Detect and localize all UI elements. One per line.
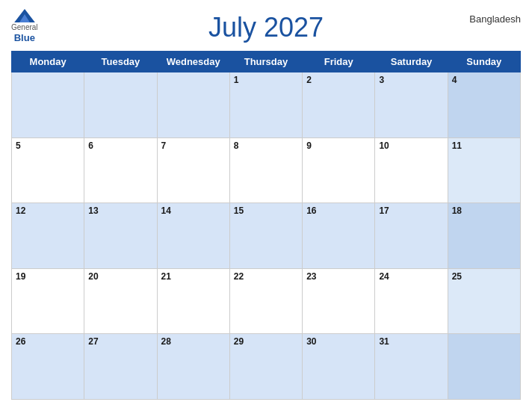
calendar-week-row: 19202122232425 xyxy=(12,268,521,334)
day-cell: 26 xyxy=(12,334,84,400)
day-cell: 15 xyxy=(229,203,302,269)
calendar-week-row: 567891011 xyxy=(12,137,521,203)
day-cell: 11 xyxy=(448,137,520,203)
logo-icon xyxy=(14,9,35,22)
month-title: July 2027 xyxy=(208,11,324,43)
day-cell: 2 xyxy=(303,72,375,138)
day-number: 24 xyxy=(379,271,389,282)
day-cell: 22 xyxy=(229,268,302,334)
day-cell: 4 xyxy=(448,72,520,138)
day-number: 4 xyxy=(452,75,457,85)
day-cell: 10 xyxy=(375,137,448,203)
day-number: 6 xyxy=(88,140,93,151)
day-number: 27 xyxy=(88,336,98,347)
day-cell: 25 xyxy=(448,268,520,334)
day-number: 20 xyxy=(88,271,98,282)
day-cell: 28 xyxy=(157,334,229,400)
weekday-header-monday: Monday xyxy=(12,52,84,72)
day-number: 29 xyxy=(234,336,244,347)
day-number: 16 xyxy=(306,206,316,216)
day-number: 25 xyxy=(452,271,462,282)
day-cell: 21 xyxy=(157,268,229,334)
day-cell: 31 xyxy=(375,334,448,400)
day-number: 28 xyxy=(161,336,171,347)
day-number: 15 xyxy=(234,206,244,216)
weekday-header-wednesday: Wednesday xyxy=(157,52,229,72)
day-cell: 24 xyxy=(375,268,448,334)
empty-cell xyxy=(84,72,157,138)
calendar-week-row: 12131415161718 xyxy=(12,203,521,269)
logo: General Blue xyxy=(11,9,38,44)
day-number: 2 xyxy=(306,75,312,85)
day-cell: 30 xyxy=(303,334,375,400)
day-cell: 8 xyxy=(229,137,302,203)
day-cell: 29 xyxy=(229,334,302,400)
calendar-week-row: 262728293031 xyxy=(12,334,521,400)
day-number: 26 xyxy=(16,336,25,347)
empty-cell xyxy=(448,334,520,400)
day-cell: 6 xyxy=(84,137,157,203)
country-label: Bangladesh xyxy=(469,13,521,25)
weekday-header-sunday: Sunday xyxy=(448,52,520,72)
day-number: 18 xyxy=(452,206,462,216)
day-cell: 3 xyxy=(375,72,448,138)
calendar-week-row: 1234 xyxy=(12,72,521,138)
day-cell: 17 xyxy=(375,203,448,269)
day-cell: 13 xyxy=(84,203,157,269)
day-number: 31 xyxy=(379,336,389,347)
day-cell: 20 xyxy=(84,268,157,334)
empty-cell xyxy=(157,72,229,138)
day-cell: 27 xyxy=(84,334,157,400)
day-cell: 12 xyxy=(12,203,84,269)
weekday-header-tuesday: Tuesday xyxy=(84,52,157,72)
day-number: 11 xyxy=(452,140,462,151)
day-cell: 23 xyxy=(303,268,375,334)
day-number: 7 xyxy=(161,140,167,151)
weekday-header-row: MondayTuesdayWednesdayThursdayFridaySatu… xyxy=(12,52,521,72)
day-cell: 18 xyxy=(448,203,520,269)
day-number: 5 xyxy=(16,140,21,151)
day-number: 30 xyxy=(306,336,316,347)
weekday-header-friday: Friday xyxy=(303,52,375,72)
day-number: 17 xyxy=(379,206,389,216)
day-cell: 5 xyxy=(12,137,84,203)
day-cell: 16 xyxy=(303,203,375,269)
weekday-header-thursday: Thursday xyxy=(229,52,302,72)
day-number: 13 xyxy=(88,206,98,216)
empty-cell xyxy=(12,72,84,138)
logo-general-text: General xyxy=(11,23,38,32)
day-cell: 9 xyxy=(303,137,375,203)
day-cell: 19 xyxy=(12,268,84,334)
day-number: 19 xyxy=(16,271,25,282)
day-cell: 7 xyxy=(157,137,229,203)
day-number: 23 xyxy=(306,271,316,282)
calendar-table: MondayTuesdayWednesdayThursdayFridaySatu… xyxy=(11,51,521,400)
day-number: 9 xyxy=(306,140,312,151)
weekday-header-saturday: Saturday xyxy=(375,52,448,72)
day-number: 8 xyxy=(234,140,239,151)
day-number: 10 xyxy=(379,140,389,151)
calendar-header: General Blue July 2027 Bangladesh xyxy=(11,7,521,47)
day-cell: 14 xyxy=(157,203,229,269)
day-number: 21 xyxy=(161,271,171,282)
day-number: 14 xyxy=(161,206,171,216)
day-number: 3 xyxy=(379,75,384,85)
logo-blue-text: Blue xyxy=(14,32,35,44)
day-number: 12 xyxy=(16,206,25,216)
day-number: 1 xyxy=(234,75,239,85)
day-number: 22 xyxy=(234,271,244,282)
day-cell: 1 xyxy=(229,72,302,138)
